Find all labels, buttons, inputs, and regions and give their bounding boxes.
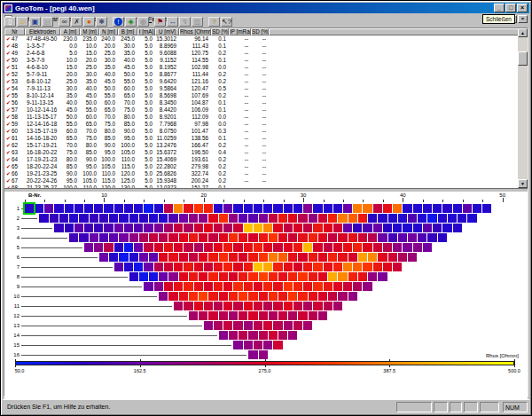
- heatmap-cell[interactable]: [84, 204, 93, 213]
- heatmap-cell[interactable]: [353, 224, 362, 232]
- heatmap-cell[interactable]: [269, 292, 278, 301]
- heatmap-cell[interactable]: [223, 302, 232, 310]
- save-icon[interactable]: ▣: [29, 17, 41, 27]
- heatmap-cell[interactable]: [254, 224, 262, 232]
- minimize-button[interactable]: _: [494, 4, 505, 12]
- heatmap-cell[interactable]: [338, 292, 347, 301]
- heatmap-cell[interactable]: [254, 282, 262, 291]
- heatmap-cell[interactable]: [229, 331, 238, 340]
- heatmap-cell[interactable]: [273, 321, 282, 330]
- heatmap-cell[interactable]: [313, 243, 322, 252]
- heatmap-cell[interactable]: [413, 243, 422, 252]
- heatmap-cell[interactable]: [303, 263, 312, 271]
- column-header-7[interactable]: U [mV]: [155, 28, 179, 35]
- heatmap-cell[interactable]: [393, 224, 402, 232]
- heatmap-cell[interactable]: [219, 233, 228, 242]
- heatmap-cell[interactable]: [50, 214, 59, 223]
- heatmap-cell[interactable]: [298, 214, 307, 223]
- heatmap-cell[interactable]: [403, 243, 411, 252]
- heatmap-cell[interactable]: [124, 243, 133, 252]
- heatmap-cell[interactable]: [303, 224, 312, 232]
- heatmap-cell[interactable]: [333, 204, 342, 213]
- heatmap-cell[interactable]: [174, 263, 183, 271]
- heatmap-cell[interactable]: [104, 204, 113, 213]
- heatmap-cell[interactable]: [358, 253, 367, 262]
- heatmap-cell[interactable]: [168, 214, 177, 223]
- heatmap-cell[interactable]: [244, 224, 253, 232]
- heatmap-cell[interactable]: [184, 224, 192, 232]
- heatmap-cell[interactable]: [398, 214, 407, 223]
- heatmap-cell[interactable]: [104, 224, 113, 232]
- heatmap-cell[interactable]: [343, 204, 352, 213]
- table-row[interactable]: ✔4747-48-49-50230.0235.0240.0245.05.015.…: [4, 35, 528, 43]
- heatmap-cell[interactable]: [259, 331, 268, 340]
- heatmap-cell[interactable]: [318, 233, 327, 242]
- table-row[interactable]: ✔6316-18-20-2275.085.095.0105.05.015.637…: [4, 149, 528, 156]
- flask-icon[interactable]: ◈: [125, 17, 137, 27]
- heatmap-cell[interactable]: [363, 243, 372, 252]
- heatmap-cell[interactable]: [229, 272, 238, 281]
- table-row[interactable]: ✔6821-23-25-27100.0110.0120.0130.05.012.…: [4, 184, 528, 188]
- heatmap-cell[interactable]: [233, 204, 242, 213]
- heatmap-cell[interactable]: [388, 233, 397, 242]
- vertical-scrollbar[interactable]: ▲ ▼: [518, 28, 528, 188]
- heatmap-cell[interactable]: [348, 214, 357, 223]
- heatmap-cell[interactable]: [254, 302, 262, 310]
- heatmap-cell[interactable]: [74, 204, 83, 213]
- heatmap-cell[interactable]: [423, 204, 432, 213]
- heatmap-cell[interactable]: [388, 253, 397, 262]
- heatmap-cell[interactable]: [154, 282, 163, 291]
- heatmap-cell[interactable]: [358, 233, 367, 242]
- heatmap-cell[interactable]: [114, 204, 123, 213]
- heatmap-cell[interactable]: [333, 302, 342, 310]
- heatmap-cell[interactable]: [423, 243, 432, 252]
- heatmap-cell[interactable]: [164, 204, 173, 213]
- heatmap-cell[interactable]: [129, 253, 138, 262]
- heatmap-cell[interactable]: [199, 292, 207, 301]
- table-row[interactable]: ✔514-6-8-1015.025.035.045.05.08.1952102.…: [4, 64, 528, 71]
- heatmap-cell[interactable]: [99, 233, 108, 242]
- heatmap-cell[interactable]: [248, 214, 257, 223]
- heatmap-cell[interactable]: [298, 233, 307, 242]
- heatmap-cell[interactable]: [259, 311, 268, 320]
- heatmap-cell[interactable]: [184, 243, 192, 252]
- heatmap-cell[interactable]: [194, 224, 203, 232]
- heatmap-cell[interactable]: [288, 253, 297, 262]
- column-header-8[interactable]: Rhos [Ohmm]: [179, 28, 211, 35]
- globe-icon[interactable]: ◎: [137, 17, 149, 27]
- heatmap-cell[interactable]: [219, 292, 228, 301]
- heatmap-cell[interactable]: [324, 282, 332, 291]
- heatmap-cell[interactable]: [273, 282, 282, 291]
- heatmap-cell[interactable]: [298, 253, 307, 262]
- heatmap-cell[interactable]: [278, 253, 287, 262]
- heatmap-cell[interactable]: [298, 292, 307, 301]
- heatmap-cell[interactable]: [338, 272, 347, 281]
- table-row[interactable]: ✔5811-13-15-1750.060.070.080.05.08.92011…: [4, 114, 528, 121]
- heatmap-cell[interactable]: [214, 321, 223, 330]
- heatmap-cell[interactable]: [154, 243, 163, 252]
- heatmap-cell[interactable]: [168, 253, 177, 262]
- heatmap-cell[interactable]: [134, 224, 143, 232]
- heatmap-cell[interactable]: [324, 224, 332, 232]
- lightning-icon[interactable]: ↯: [179, 17, 191, 27]
- heatmap-cell[interactable]: [263, 204, 272, 213]
- heatmap-cell[interactable]: [288, 292, 297, 301]
- heatmap-cell[interactable]: [233, 243, 242, 252]
- heatmap-cell[interactable]: [378, 272, 387, 281]
- scroll-down-button[interactable]: ▼: [518, 179, 528, 188]
- heatmap-cell[interactable]: [44, 204, 53, 213]
- heatmap-cell[interactable]: [259, 272, 268, 281]
- heatmap-cell[interactable]: [309, 311, 317, 320]
- heatmap-cell[interactable]: [259, 214, 268, 223]
- table-row[interactable]: ✔503-5-7-910.020.030.040.05.09.1152114.5…: [4, 57, 528, 64]
- heatmap-cell[interactable]: [418, 214, 426, 223]
- heatmap-cell[interactable]: [318, 214, 327, 223]
- heatmap-cell[interactable]: [79, 214, 88, 223]
- heatmap-cell[interactable]: [263, 263, 272, 271]
- heatmap-cell[interactable]: [164, 243, 173, 252]
- table-row[interactable]: ✔5710-12-14-1645.055.065.075.05.08.44201…: [4, 106, 528, 114]
- heatmap-cell[interactable]: [248, 253, 257, 262]
- heatmap-cell[interactable]: [214, 224, 223, 232]
- heatmap-cell[interactable]: [353, 204, 362, 213]
- heatmap-cell[interactable]: [179, 272, 188, 281]
